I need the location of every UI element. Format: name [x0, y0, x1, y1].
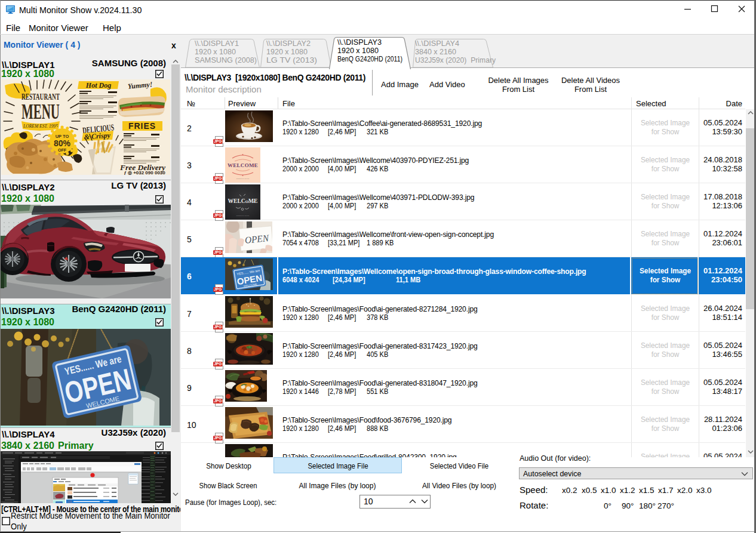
svg-text:JPG: JPG — [214, 250, 222, 254]
svg-text:JPG: JPG — [214, 176, 222, 180]
svg-text:JPG: JPG — [214, 399, 222, 403]
svg-text:ƒ ◎ +032 090 0030: ƒ ◎ +032 090 0030 — [124, 170, 165, 175]
svg-text:JPG: JPG — [214, 213, 222, 217]
svg-text:JPG: JPG — [214, 436, 222, 440]
svg-text:1920 x 1080: 1920 x 1080 — [195, 47, 236, 56]
svg-text:JPG: JPG — [214, 287, 222, 291]
svg-text:\\.\DISPLAY3: \\.\DISPLAY3 — [337, 38, 382, 47]
svg-text:\\.\DISPLAY1: \\.\DISPLAY1 — [195, 39, 239, 48]
svg-text:1920 x 1080: 1920 x 1080 — [266, 47, 308, 56]
svg-text:3840 x 2160: 3840 x 2160 — [415, 47, 456, 56]
svg-text:\\.\DISPLAY4: \\.\DISPLAY4 — [415, 39, 459, 48]
svg-text:U32J59x (2020) Primary: U32J59x (2020) Primary — [415, 56, 496, 64]
svg-text:OFF: OFF — [58, 148, 67, 152]
svg-text:JPG: JPG — [214, 139, 222, 143]
svg-text:MENU: MENU — [21, 100, 60, 124]
svg-text:LOREM EST. 1995: LOREM EST. 1995 — [23, 123, 58, 129]
svg-text:LG TV (2013): LG TV (2013) — [266, 56, 317, 64]
svg-text:JPG: JPG — [214, 362, 222, 366]
svg-text:1920 x 1080: 1920 x 1080 — [337, 46, 379, 55]
svg-text:FRIES: FRIES — [128, 121, 156, 131]
svg-text:80%: 80% — [54, 138, 71, 148]
svg-text:JPG: JPG — [214, 325, 222, 329]
svg-text:SAMSUNG (2008): SAMSUNG (2008) — [195, 56, 257, 64]
svg-text:Hot Dog: Hot Dog — [85, 81, 111, 90]
svg-text:BenQ G2420HD (2011): BenQ G2420HD (2011) — [337, 54, 402, 63]
svg-text:\\.\DISPLAY2: \\.\DISPLAY2 — [266, 39, 311, 48]
